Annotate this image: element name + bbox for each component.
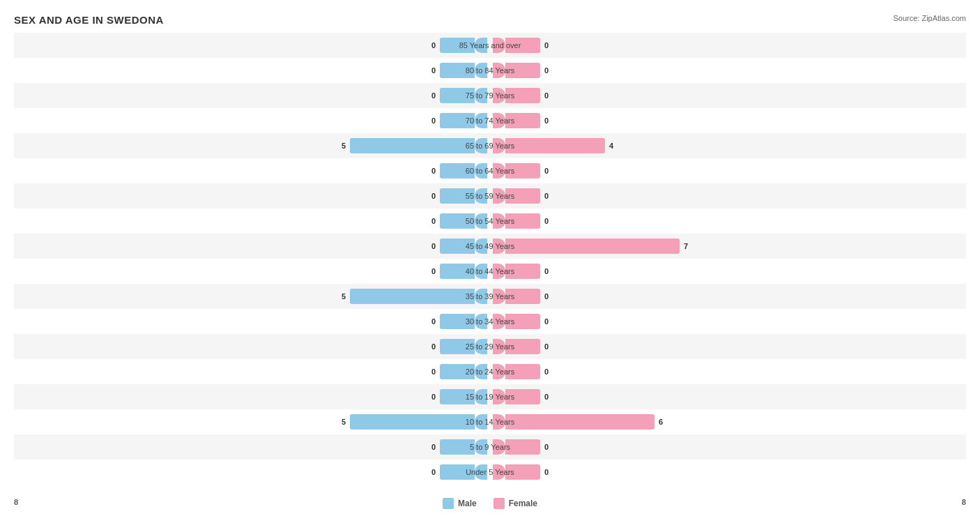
female-value: 0: [544, 468, 554, 476]
left-section: 0: [14, 334, 490, 359]
female-value: 0: [544, 192, 554, 200]
age-label: 15 to 19 Years: [466, 393, 514, 401]
female-value: 0: [544, 267, 554, 275]
age-label: 35 to 39 Years: [466, 292, 514, 301]
left-section: 5: [14, 284, 490, 309]
axis-bottom: 8 Male Female 8: [14, 495, 966, 509]
male-value: 0: [426, 192, 436, 200]
female-value: 0: [544, 167, 554, 175]
left-section: 0: [14, 83, 490, 108]
bar-row: 030 to 34 Years0: [14, 309, 966, 334]
female-bar: [505, 439, 540, 455]
female-value: 6: [659, 418, 668, 426]
age-label: 50 to 54 Years: [466, 217, 514, 225]
right-section: 0: [490, 434, 966, 460]
age-label: 30 to 34 Years: [466, 317, 514, 326]
age-label: 10 to 14 Years: [466, 418, 514, 426]
legend-female-box: [493, 498, 505, 509]
left-section: 0: [14, 384, 490, 409]
male-value: 0: [426, 317, 436, 326]
right-section: 0: [490, 359, 966, 384]
bar-row: 015 to 19 Years0: [14, 384, 966, 409]
age-label: 80 to 84 Years: [466, 66, 514, 75]
right-section: 0: [490, 384, 966, 409]
right-section: 0: [490, 183, 966, 208]
bar-row: 055 to 59 Years0: [14, 183, 966, 208]
bar-row: 0Under 5 Years0: [14, 460, 966, 485]
age-label: 85 Years and over: [459, 41, 521, 50]
age-label: 5 to 9 Years: [470, 443, 510, 451]
female-bar: [505, 138, 605, 153]
left-section: 0: [14, 359, 490, 384]
right-section: 0: [490, 108, 966, 133]
age-label: 65 to 69 Years: [466, 142, 514, 150]
male-bar: [350, 289, 475, 304]
chart-title: SEX AND AGE IN SWEDONA: [14, 14, 966, 26]
legend-female-label: Female: [509, 499, 537, 508]
age-label: 70 to 74 Years: [466, 116, 514, 125]
female-value: 7: [684, 242, 694, 250]
bar-row: 565 to 69 Years4: [14, 133, 966, 158]
female-value: 0: [544, 217, 554, 225]
age-label: 40 to 44 Years: [466, 267, 514, 275]
male-value: 0: [426, 468, 436, 476]
male-value: 0: [426, 242, 436, 250]
male-value: 5: [336, 292, 346, 301]
bar-row: 020 to 24 Years0: [14, 359, 966, 384]
left-section: 0: [14, 183, 490, 208]
female-value: 4: [609, 142, 619, 150]
right-section: 0: [490, 33, 966, 58]
male-bar: [350, 138, 475, 153]
female-bar: [505, 238, 680, 254]
bar-row: 060 to 64 Years0: [14, 158, 966, 183]
female-value: 0: [544, 443, 554, 451]
male-value: 0: [426, 66, 436, 75]
bar-row: 080 to 84 Years0: [14, 58, 966, 83]
age-label: 60 to 64 Years: [466, 167, 514, 175]
left-section: 5: [14, 133, 490, 158]
bar-row: 040 to 44 Years0: [14, 259, 966, 284]
bottom-area: 8 Male Female 8: [0, 492, 980, 509]
female-value: 0: [544, 41, 554, 50]
bar-row: 025 to 29 Years0: [14, 334, 966, 359]
legend-male: Male: [443, 498, 477, 509]
right-section: 0: [490, 460, 966, 485]
left-section: 0: [14, 158, 490, 183]
right-section: 0: [490, 83, 966, 108]
right-section: 7: [490, 234, 966, 259]
male-bar: [350, 414, 475, 430]
male-value: 5: [336, 418, 346, 426]
male-value: 0: [426, 342, 436, 351]
male-value: 0: [426, 217, 436, 225]
male-value: 0: [426, 443, 436, 451]
legend-male-label: Male: [458, 499, 477, 508]
female-value: 0: [544, 292, 554, 301]
female-value: 0: [544, 66, 554, 75]
right-section: 0: [490, 58, 966, 83]
left-section: 0: [14, 460, 490, 485]
legend-female: Female: [493, 498, 537, 509]
age-label: 75 to 79 Years: [466, 91, 514, 100]
female-value: 0: [544, 116, 554, 125]
bar-row: 045 to 49 Years7: [14, 234, 966, 259]
age-label: 20 to 24 Years: [466, 367, 514, 376]
left-section: 0: [14, 309, 490, 334]
chart-area: 085 Years and over0080 to 84 Years0075 t…: [14, 33, 966, 486]
male-value: 0: [426, 267, 436, 275]
male-value: 0: [426, 91, 436, 100]
female-bar: [505, 414, 654, 430]
age-label: Under 5 Years: [466, 468, 514, 476]
source-text: Source: ZipAtlas.com: [893, 14, 966, 22]
bar-row: 050 to 54 Years0: [14, 208, 966, 234]
male-value: 0: [426, 116, 436, 125]
left-section: 0: [14, 33, 490, 58]
right-section: 0: [490, 284, 966, 309]
axis-right-label: 8: [962, 498, 966, 506]
age-label: 55 to 59 Years: [466, 192, 514, 200]
right-section: 0: [490, 259, 966, 284]
axis-left-label: 8: [14, 498, 18, 506]
male-value: 5: [336, 142, 346, 150]
right-section: 0: [490, 334, 966, 359]
left-section: 5: [14, 409, 490, 434]
female-value: 0: [544, 367, 554, 376]
